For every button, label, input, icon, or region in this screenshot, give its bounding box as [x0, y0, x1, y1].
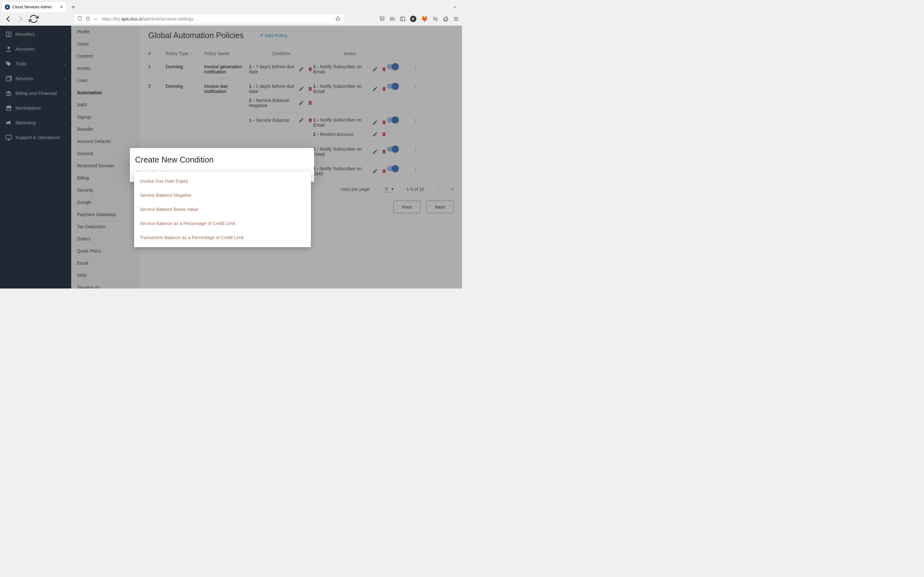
menu-icon[interactable] — [453, 16, 459, 22]
app-body: Resellers ⌄ Accounts ⌄ Trials ⌄ Services… — [0, 26, 462, 288]
reload-button[interactable] — [29, 14, 39, 24]
crop-icon[interactable] — [433, 16, 438, 22]
back-button[interactable] — [3, 14, 13, 24]
dropdown-option[interactable]: Transaction Balance as a Percentage of C… — [134, 230, 311, 245]
browser-chrome: a Cloud Services Admin ✕ + ⌄ ⊸ https://t… — [0, 0, 462, 26]
url-text: https://try.apiculus.io/admin/#/account-… — [102, 16, 194, 21]
new-tab-button[interactable]: + — [68, 2, 78, 12]
dropdown-option[interactable]: Service Balance as a Percentage of Credi… — [134, 216, 311, 230]
svg-rect-0 — [86, 18, 90, 20]
tabs-chevron-icon[interactable]: ⌄ — [447, 0, 462, 12]
dropdown-option[interactable]: Invoice Due Date Expiry — [134, 174, 311, 188]
dropdown-option[interactable]: Service Balance Below Value — [134, 202, 311, 216]
lock-icon[interactable] — [86, 16, 90, 22]
tab-title: Cloud Services Admin — [13, 5, 52, 9]
tab-close-icon[interactable]: ✕ — [60, 5, 63, 9]
pocket-icon[interactable] — [379, 16, 385, 22]
shield-icon[interactable] — [78, 16, 82, 22]
fox-icon[interactable]: 🦊 — [421, 15, 428, 23]
url-bar[interactable]: ⊸ https://try.apiculus.io/admin/#/accoun… — [74, 14, 344, 24]
permissions-icon[interactable]: ⊸ — [94, 16, 99, 21]
condition-dropdown: Invoice Due Date ExpiryService Balance N… — [134, 171, 311, 247]
sidebar-icon[interactable] — [400, 16, 405, 22]
extensions-icon[interactable] — [443, 16, 449, 22]
star-icon[interactable] — [335, 16, 341, 22]
forward-button[interactable] — [16, 14, 26, 24]
dropdown-option[interactable]: Service Balance Negative — [134, 188, 311, 202]
browser-tab[interactable]: a Cloud Services Admin ✕ — [1, 1, 67, 12]
modal-title: Create New Condition — [130, 155, 314, 164]
library-icon[interactable] — [389, 16, 395, 22]
svg-marker-1 — [336, 16, 340, 21]
favicon-icon: a — [5, 5, 10, 10]
avatar-k-icon[interactable]: K — [410, 16, 417, 22]
svg-rect-2 — [401, 17, 405, 21]
